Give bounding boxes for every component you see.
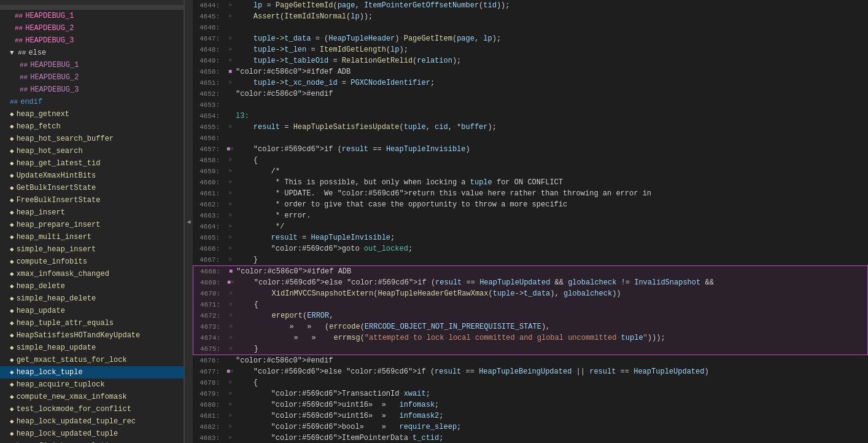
code-text-4663: *·error. bbox=[236, 210, 868, 221]
continuation-icon: » bbox=[228, 423, 232, 430]
code-line-4674[interactable]: 4674:» » » ·errmsg("attempted·to·lock·lo… bbox=[193, 332, 868, 343]
line-number-4645: 4645: bbox=[193, 11, 225, 22]
sidebar-item-heap_multi_insert[interactable]: ◆ heap_multi_insert bbox=[0, 231, 184, 243]
type-icon-UpdateXmaxHintBits: ◆ bbox=[10, 170, 14, 181]
sidebar-item-simple_heap_insert[interactable]: ◆ simple_heap_insert bbox=[0, 243, 184, 256]
sidebar-item-heap_insert[interactable]: ◆ heap_insert bbox=[0, 206, 184, 219]
sidebar-item-UpdateXmaxHintBits[interactable]: ◆ UpdateXmaxHintBits bbox=[0, 170, 184, 182]
type-icon-else: ▼ ## bbox=[10, 47, 26, 58]
line-number-4650: 4650: bbox=[193, 66, 225, 77]
sidebar-item-heap_prepare_insert[interactable]: ◆ heap_prepare_insert bbox=[0, 219, 184, 231]
code-line-4662[interactable]: 4662:» *·order·to·give·that·case·the·opp… bbox=[193, 199, 868, 210]
code-line-4651[interactable]: 4651:» tuple->t_xc_node_id·=·PGXCNodeIde… bbox=[193, 77, 868, 88]
sidebar-item-HEAPDEBUG_3_a[interactable]: ## HEAPDEBUG_3 bbox=[0, 34, 184, 47]
sidebar-item-HEAPDEBUG_3_b[interactable]: ## HEAPDEBUG_3 bbox=[0, 84, 184, 96]
code-text-4664: */ bbox=[236, 221, 868, 232]
sidebar-item-compute_infobits[interactable]: ◆ compute_infobits bbox=[0, 256, 184, 268]
line-arrow-4668: ■ bbox=[225, 266, 236, 277]
sidebar-item-else[interactable]: ▼ ## else bbox=[0, 47, 184, 59]
sidebar-item-test_lockmode_for_conflict[interactable]: ◆ test_lockmode_for_conflict bbox=[0, 403, 184, 415]
code-line-4659[interactable]: 4659:» /* bbox=[193, 166, 868, 177]
code-line-4656[interactable]: 4656: bbox=[193, 133, 868, 144]
sidebar-item-simple_heap_delete[interactable]: ◆ simple_heap_delete bbox=[0, 292, 184, 305]
sidebar-list[interactable]: ## HEAPDEBUG_1## HEAPDEBUG_2## HEAPDEBUG… bbox=[0, 10, 184, 443]
sidebar-item-heap_acquire_tuplock[interactable]: ◆ heap_acquire_tuplock bbox=[0, 378, 184, 391]
sidebar-item-compute_new_xmax_infomask[interactable]: ◆ compute_new_xmax_infomask bbox=[0, 391, 184, 403]
sidebar-item-heap_lock_tuple[interactable]: ◆ heap_lock_tuple bbox=[0, 366, 184, 378]
sidebar-item-heap_finish_speculative[interactable]: ◆ heap_finish_speculative bbox=[0, 440, 184, 443]
code-line-4667[interactable]: 4667:» } bbox=[193, 254, 868, 265]
collapse-sidebar-button[interactable]: ◀ bbox=[184, 0, 193, 443]
sidebar-item-HEAPDEBUG_1_a[interactable]: ## HEAPDEBUG_1 bbox=[0, 10, 184, 22]
code-line-4652[interactable]: 4652:"color:#c586c0">#endif bbox=[193, 88, 868, 100]
code-lines-container: 4644:» lp·=·PageGetItemId(page,·ItemPoin… bbox=[193, 0, 868, 443]
code-line-4649[interactable]: 4649:» tuple->t_tableOid·=·RelationGetRe… bbox=[193, 55, 868, 66]
sidebar-search-label bbox=[0, 6, 184, 10]
type-icon-heap_update: ◆ bbox=[10, 305, 14, 316]
sidebar-item-HeapSatisfiesHOTandKeyUpdate[interactable]: ◆ HeapSatisfiesHOTandKeyUpdate bbox=[0, 329, 184, 342]
code-text-4678: { bbox=[236, 377, 868, 388]
sidebar-item-heap_tuple_attr_equals[interactable]: ◆ heap_tuple_attr_equals bbox=[0, 317, 184, 329]
code-line-4663[interactable]: 4663:» *·error. bbox=[193, 210, 868, 221]
code-line-4645[interactable]: 4645:» Assert(ItemIdIsNormal(lp)); bbox=[193, 11, 868, 22]
sidebar-label-test_lockmode_for_conflict: test_lockmode_for_conflict bbox=[17, 404, 131, 415]
line-arrow-4658: » bbox=[225, 155, 236, 166]
code-line-4657[interactable]: 4657:■» "color:#569cd6">if·(result·==·He… bbox=[193, 144, 868, 155]
code-line-4650[interactable]: 4650:■"color:#c586c0">#ifdef·ADB bbox=[193, 66, 868, 77]
code-line-4658[interactable]: 4658:» { bbox=[193, 155, 868, 166]
continuation-icon: » bbox=[228, 46, 232, 53]
sidebar-item-endif[interactable]: ## endif bbox=[0, 96, 184, 108]
code-line-4653[interactable]: 4653: bbox=[193, 100, 868, 111]
sidebar-item-xmax_infomask_changed[interactable]: ◆ xmax_infomask_changed bbox=[0, 268, 184, 280]
sidebar-item-heap_update[interactable]: ◆ heap_update bbox=[0, 305, 184, 317]
code-line-4678[interactable]: 4678:» { bbox=[193, 377, 868, 388]
sidebar-item-GetBulkInsertState[interactable]: ◆ GetBulkInsertState bbox=[0, 182, 184, 194]
code-line-4661[interactable]: 4661:» *·UPDATE.··We·"color:#569cd6">ret… bbox=[193, 188, 868, 199]
sidebar-item-heap_getnext[interactable]: ◆ heap_getnext bbox=[0, 108, 184, 120]
code-line-4683[interactable]: 4683:» "color:#569cd6">ItemPointerData·t… bbox=[193, 433, 868, 443]
sidebar-item-heap_hot_search[interactable]: ◆ heap_hot_search bbox=[0, 145, 184, 157]
sidebar-item-HEAPDEBUG_2_a[interactable]: ## HEAPDEBUG_2 bbox=[0, 22, 184, 34]
code-line-4654[interactable]: 4654:l3: bbox=[193, 111, 868, 122]
sidebar-label-heap_lock_tuple: heap_lock_tuple bbox=[17, 367, 83, 378]
code-line-4679[interactable]: 4679:» "color:#569cd6">TransactionId·xwa… bbox=[193, 388, 868, 399]
code-line-4644[interactable]: 4644:» lp·=·PageGetItemId(page,·ItemPoin… bbox=[193, 0, 868, 11]
sidebar-item-heap_delete[interactable]: ◆ heap_delete bbox=[0, 280, 184, 292]
code-line-4677[interactable]: 4677:■» "color:#569cd6">else·"color:#569… bbox=[193, 366, 868, 377]
code-line-4668[interactable]: 4668:■"color:#c586c0">#ifdef·ADB bbox=[193, 265, 868, 277]
code-line-4660[interactable]: 4660:» *·This·is·possible,·but·only·when… bbox=[193, 177, 868, 188]
sidebar-item-FreeBulkInsertState[interactable]: ◆ FreeBulkInsertState bbox=[0, 194, 184, 206]
sidebar-item-HEAPDEBUG_2_b[interactable]: ## HEAPDEBUG_2 bbox=[0, 71, 184, 84]
code-line-4648[interactable]: 4648:» tuple->t_len·=·ItemIdGetLength(lp… bbox=[193, 44, 868, 55]
code-line-4647[interactable]: 4647:» tuple->t_data·=·(HeapTupleHeader)… bbox=[193, 33, 868, 44]
code-line-4671[interactable]: 4671:» { bbox=[193, 299, 868, 310]
sidebar-item-heap_get_latest_tid[interactable]: ◆ heap_get_latest_tid bbox=[0, 157, 184, 170]
code-line-4655[interactable]: 4655:» result·=·HeapTupleSatisfiesUpdate… bbox=[193, 122, 868, 133]
line-number-4663: 4663: bbox=[193, 210, 225, 221]
sidebar-item-heap_hot_search_buffer[interactable]: ◆ heap_hot_search_buffer bbox=[0, 133, 184, 145]
code-content[interactable]: 4644:» lp·=·PageGetItemId(page,·ItemPoin… bbox=[193, 0, 868, 443]
sidebar-label-HEAPDEBUG_2_b: HEAPDEBUG_2 bbox=[30, 72, 79, 83]
sidebar-item-simple_heap_update[interactable]: ◆ simple_heap_update bbox=[0, 342, 184, 354]
code-line-4681[interactable]: 4681:» "color:#569cd6">uint16» » infomas… bbox=[193, 410, 868, 421]
code-text-4644: lp·=·PageGetItemId(page,·ItemPointerGetO… bbox=[236, 0, 868, 11]
code-line-4675[interactable]: 4675:» } bbox=[193, 343, 868, 355]
code-line-4682[interactable]: 4682:» "color:#569cd6">bool» » require_s… bbox=[193, 421, 868, 433]
continuation-icon: » bbox=[228, 57, 232, 64]
code-line-4676[interactable]: 4676:"color:#c586c0">#endif bbox=[193, 355, 868, 366]
code-line-4664[interactable]: 4664:» */ bbox=[193, 221, 868, 232]
code-line-4666[interactable]: 4666:» "color:#569cd6">goto·out_locked; bbox=[193, 243, 868, 254]
sidebar-item-heap_lock_updated_tuple_rec[interactable]: ◆ heap_lock_updated_tuple_rec bbox=[0, 415, 184, 428]
sidebar-item-get_mxact_status_for_lock[interactable]: ◆ get_mxact_status_for_lock bbox=[0, 354, 184, 366]
code-line-4670[interactable]: 4670:» XidInMVCCSnapshotExtern(HeapTuple… bbox=[193, 288, 868, 299]
sidebar-item-heap_fetch[interactable]: ◆ heap_fetch bbox=[0, 120, 184, 133]
code-line-4672[interactable]: 4672:» ereport(ERROR, bbox=[193, 310, 868, 321]
sidebar-item-HEAPDEBUG_1_b[interactable]: ## HEAPDEBUG_1 bbox=[0, 59, 184, 71]
code-line-4665[interactable]: 4665:» result·=·HeapTupleInvisible; bbox=[193, 232, 868, 243]
line-arrow-4670: » bbox=[225, 288, 236, 299]
code-line-4673[interactable]: 4673:» » » (errcode(ERRCODE_OBJECT_NOT_I… bbox=[193, 321, 868, 332]
code-line-4646[interactable]: 4646: bbox=[193, 22, 868, 33]
code-line-4669[interactable]: 4669:■» "color:#569cd6">else·"color:#569… bbox=[193, 277, 868, 288]
sidebar-item-heap_lock_updated_tuple[interactable]: ◆ heap_lock_updated_tuple bbox=[0, 428, 184, 440]
code-line-4680[interactable]: 4680:» "color:#569cd6">uint16» » infomas… bbox=[193, 399, 868, 410]
